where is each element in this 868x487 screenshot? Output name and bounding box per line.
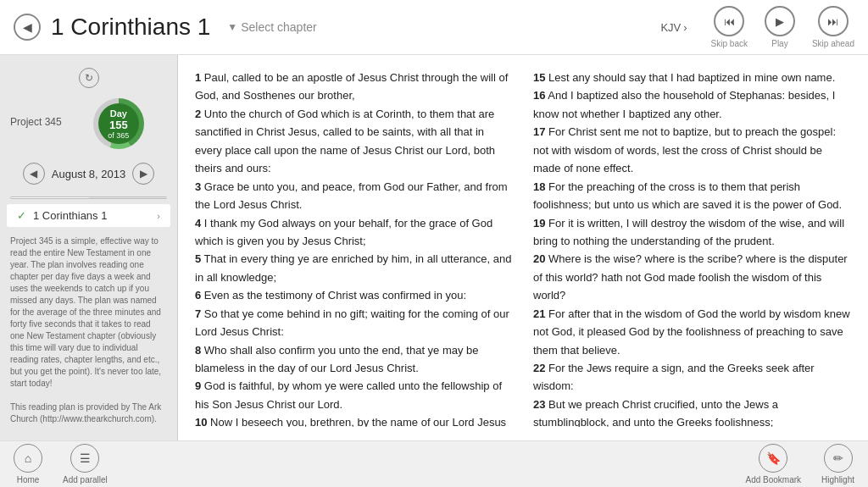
skip-back-button[interactable]: ⏮ Skip back	[711, 6, 748, 48]
highlight-button[interactable]: ✏ Highlight	[821, 444, 854, 484]
progress-circle: Day 155 of 365	[93, 98, 144, 149]
kjv-selector[interactable]: KJV ›	[660, 21, 687, 34]
chapter-select[interactable]: ▼ Select chapter	[227, 20, 316, 34]
verse-text: Unto the church of God which is at Corin…	[195, 108, 495, 174]
day-total: of 365	[108, 131, 129, 140]
footer: ⌂ Home ☰ Add parallel 🔖 Add Bookmark ✏ H…	[0, 440, 868, 487]
add-bookmark-button[interactable]: 🔖 Add Bookmark	[745, 444, 801, 484]
play-label: Play	[771, 39, 787, 48]
sidebar: ↻ Project 345 Day 155 of 365 ◀ August 8,…	[0, 55, 178, 440]
verse-8: 8 Who shall also confirm you unto the en…	[195, 341, 513, 378]
verse-text: Now I beseech you, brethren, by the name…	[195, 416, 506, 427]
verse-text: God is faithful, by whom ye were called …	[195, 379, 502, 410]
sidebar-description: Project 345 is a simple, effective way t…	[0, 229, 177, 432]
date-navigation: ◀ August 8, 2013 ▶	[0, 156, 177, 191]
verse-15: 15 Lest any should say that I had baptiz…	[533, 69, 851, 86]
kjv-arrow-icon: ›	[683, 21, 687, 34]
highlight-icon: ✏	[824, 444, 853, 473]
project-section: Project 345 Day 155 of 365	[0, 95, 177, 156]
verse-text: But we preach Christ crucified, unto the…	[533, 398, 778, 427]
chevron-down-icon: ▼	[227, 21, 237, 33]
project-name: Project 345	[10, 116, 62, 128]
verse-text: Even as the testimony of Christ was conf…	[201, 289, 466, 302]
verse-number: 10	[195, 416, 207, 427]
verse-text: Who shall also confirm you unto the end,…	[195, 344, 479, 374]
page-title: 1 Corinthians 1	[51, 14, 210, 41]
home-icon: ⌂	[14, 444, 42, 473]
add-parallel-button[interactable]: ☰ Add parallel	[63, 444, 108, 484]
tab-about[interactable]: About	[11, 197, 89, 199]
skip-back-label: Skip back	[711, 39, 748, 48]
header: ◀ 1 Corinthians 1 ▼ Select chapter KJV ›…	[0, 0, 868, 55]
verse-17: 17 For Christ sent me not to baptize, bu…	[533, 123, 851, 177]
prev-date-button[interactable]: ◀	[23, 163, 45, 185]
main-area: ↻ Project 345 Day 155 of 365 ◀ August 8,…	[0, 55, 868, 440]
verse-number: 22	[533, 362, 545, 374]
verse-text: That in every thing ye are enriched by h…	[195, 252, 511, 283]
verse-1: 1 Paul, called to be an apostle of Jesus…	[195, 69, 513, 105]
day-label: Day	[110, 108, 127, 119]
verse-20: 20 Where is the wise? where is the scrib…	[533, 250, 851, 304]
skip-ahead-label: Skip ahead	[812, 39, 854, 48]
bible-column-left: 1 Paul, called to be an apostle of Jesus…	[195, 69, 513, 427]
verse-text: Where is the wise? where is the scribe? …	[533, 252, 848, 302]
bible-column-right: 15 Lest any should say that I had baptiz…	[533, 69, 851, 427]
verse-number: 17	[533, 125, 545, 138]
verse-text: For the preaching of the cross is to the…	[533, 180, 842, 211]
play-button[interactable]: ▶ Play	[765, 6, 795, 48]
chapter-list-item[interactable]: ✓ 1 Corinthians 1 ›	[7, 204, 170, 227]
verse-21: 21 For after that in the wisdom of God t…	[533, 305, 851, 359]
home-label: Home	[17, 475, 40, 484]
bible-text: 1 Paul, called to be an apostle of Jesus…	[178, 55, 868, 440]
verse-7: 7 So that ye come behind in no gift; wai…	[195, 305, 513, 341]
parallel-icon: ☰	[70, 444, 99, 473]
verse-2: 2 Unto the church of God which is at Cor…	[195, 105, 513, 178]
verse-19: 19 For it is written, I will destroy the…	[533, 214, 851, 251]
current-date: August 8, 2013	[52, 168, 125, 180]
bookmark-icon: 🔖	[759, 444, 787, 473]
sidebar-tabs: About Settings	[10, 196, 167, 199]
verse-text: Lest any should say that I had baptized …	[545, 71, 835, 84]
back-button[interactable]: ◀	[14, 14, 41, 41]
media-controls: ⏮ Skip back ▶ Play ⏭ Skip ahead	[711, 6, 854, 48]
skip-ahead-icon: ⏭	[818, 6, 849, 36]
verse-10: 10 Now I beseech you, brethren, by the n…	[195, 413, 513, 427]
verse-23: 23 But we preach Christ crucified, unto …	[533, 396, 851, 427]
bookmark-label: Add Bookmark	[745, 475, 801, 484]
refresh-button[interactable]: ↻	[79, 68, 99, 88]
highlight-label: Highlight	[821, 475, 854, 484]
verse-18: 18 For the preaching of the cross is to …	[533, 178, 851, 214]
skip-back-icon: ⏮	[714, 6, 744, 36]
verse-number: 15	[533, 71, 545, 84]
verse-number: 20	[533, 252, 545, 265]
verse-9: 9 God is faithful, by whom ye were calle…	[195, 377, 513, 413]
skip-ahead-button[interactable]: ⏭ Skip ahead	[812, 6, 854, 48]
verse-number: 21	[533, 307, 545, 320]
check-icon: ✓	[17, 209, 26, 222]
chapter-item-label: 1 Corinthians 1	[33, 209, 150, 222]
verse-4: 4 I thank my God always on your behalf, …	[195, 214, 513, 251]
verse-number: 18	[533, 180, 545, 193]
verse-text: And I baptized also the household of Ste…	[533, 89, 835, 119]
verse-5: 5 That in every thing ye are enriched by…	[195, 250, 513, 286]
verse-number: 19	[533, 217, 545, 230]
next-date-button[interactable]: ▶	[132, 163, 154, 185]
home-button[interactable]: ⌂ Home	[14, 444, 42, 484]
tab-settings[interactable]: Settings	[89, 197, 167, 199]
verse-text: Grace be unto you, and peace, from God o…	[195, 180, 508, 211]
chapter-select-label: Select chapter	[241, 20, 317, 34]
verse-22: 22 For the Jews require a sign, and the …	[533, 359, 851, 396]
content-area: 1 Paul, called to be an apostle of Jesus…	[178, 55, 868, 440]
verse-number: 16	[533, 89, 545, 102]
day-number: 155	[109, 119, 128, 131]
chevron-right-icon: ›	[157, 211, 160, 221]
parallel-label: Add parallel	[63, 475, 108, 484]
verse-text: For Christ sent me not to baptize, but t…	[533, 125, 836, 174]
verse-text: So that ye come behind in no gift; waiti…	[195, 307, 509, 338]
verse-text: For the Jews require a sign, and the Gre…	[533, 362, 815, 392]
verse-text: For after that in the wisdom of God the …	[533, 307, 850, 357]
verse-text: I thank my God always on your behalf, fo…	[195, 217, 492, 247]
verse-text: Paul, called to be an apostle of Jesus C…	[195, 71, 508, 102]
verse-text: For it is written, I will destroy the wi…	[533, 217, 844, 247]
verse-number: 23	[533, 398, 545, 411]
